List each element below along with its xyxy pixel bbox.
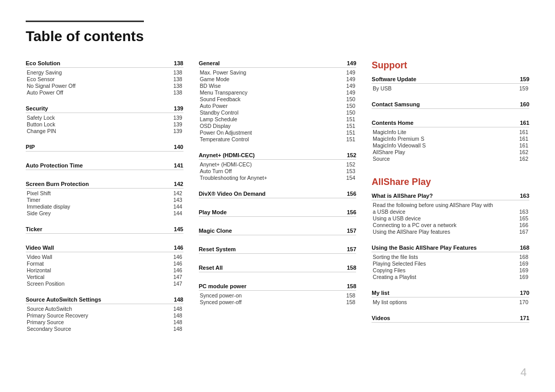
toc-header-page: 146 bbox=[174, 245, 183, 251]
toc-item-label: MagicInfo Videowall S bbox=[373, 142, 425, 148]
toc-item-page: 152 bbox=[346, 161, 356, 167]
toc-item-row: Power On Adjustment151 bbox=[199, 129, 357, 136]
toc-header-label: Video Wall bbox=[26, 245, 54, 251]
toc-section: Using the Basic AllShare Play Features16… bbox=[372, 245, 529, 285]
toc-header-page: 152 bbox=[347, 152, 356, 158]
toc-section: Videos171 bbox=[372, 315, 529, 328]
toc-item-page: 144 bbox=[173, 203, 182, 210]
toc-item-label: Primary Source bbox=[27, 319, 64, 325]
toc-item-label: Side Grey bbox=[27, 210, 51, 216]
toc-header-row: Source AutoSwitch Settings148 bbox=[26, 296, 183, 304]
toc-item-page: 150 bbox=[346, 103, 356, 109]
toc-item-label: Menu Transparency bbox=[200, 89, 248, 96]
toc-item-page: 148 bbox=[173, 326, 182, 332]
column-1: Eco Solution138Energy Saving138Eco Senso… bbox=[26, 60, 199, 342]
toc-item-label: Format bbox=[27, 260, 44, 267]
toc-item-page: 139 bbox=[173, 115, 182, 121]
toc-item-row: MagicInfo Premium S161 bbox=[372, 136, 529, 142]
toc-header-row: Reset System157 bbox=[199, 246, 357, 254]
toc-header-label: Using the Basic AllShare Play Features bbox=[372, 245, 476, 251]
toc-header-label: Anynet+ (HDMI-CEC) bbox=[199, 152, 255, 158]
toc-item-label: Video Wall bbox=[27, 254, 52, 260]
toc-header-row: Auto Protection Time141 bbox=[26, 162, 183, 170]
toc-item-row: Using the AllShare Play features167 bbox=[372, 229, 529, 235]
toc-item-row: Eco Sensor138 bbox=[26, 76, 183, 82]
toc-header-row: Magic Clone157 bbox=[199, 228, 357, 235]
toc-item-page: 139 bbox=[173, 128, 182, 134]
toc-item-page: 138 bbox=[173, 76, 182, 82]
toc-item-page: 159 bbox=[519, 85, 528, 91]
toc-item-page: 166 bbox=[519, 222, 528, 228]
toc-item-label: MagicInfo Premium S bbox=[373, 136, 424, 142]
toc-section: Screen Burn Protection142Pixel Shift142T… bbox=[26, 181, 183, 221]
toc-item-label: No Signal Power Off bbox=[27, 83, 76, 89]
toc-section: Video Wall146Video Wall146Format146Horiz… bbox=[26, 245, 183, 291]
toc-item-label: Playing Selected Files bbox=[373, 260, 425, 267]
toc-header-row: Security139 bbox=[26, 105, 183, 113]
toc-item-label: By USB bbox=[373, 85, 392, 91]
toc-item-row: BD Wise149 bbox=[199, 83, 357, 89]
toc-section: Contact Samsung160 bbox=[372, 101, 529, 115]
toc-section: Magic Clone157 bbox=[199, 228, 357, 241]
toc-item-row: a USB device163 bbox=[372, 209, 529, 215]
toc-item-label: Connecting to a PC over a network bbox=[373, 222, 456, 228]
toc-item-page: 146 bbox=[173, 260, 182, 267]
toc-item-page: 167 bbox=[519, 229, 528, 235]
toc-item-row: Copying Files169 bbox=[372, 267, 529, 273]
toc-item-row: Lamp Schedule151 bbox=[199, 116, 357, 122]
toc-item-page: 165 bbox=[519, 215, 528, 221]
toc-header-row: Ticker145 bbox=[26, 226, 183, 234]
toc-section: My list170My list options170 bbox=[372, 290, 529, 310]
toc-header-label: Magic Clone bbox=[199, 228, 232, 234]
toc-item-label: Auto Power bbox=[200, 103, 228, 109]
toc-header-label: Security bbox=[26, 105, 48, 111]
toc-header-row: DivX® Video On Demand156 bbox=[199, 191, 357, 198]
toc-header-label: Videos bbox=[372, 315, 390, 321]
toc-header-row: General149 bbox=[199, 60, 357, 68]
toc-item-row: OSD Display151 bbox=[199, 123, 357, 129]
toc-item-row: Horizontal146 bbox=[26, 267, 183, 273]
toc-header-row: What is AllShare Play?163 bbox=[372, 193, 529, 200]
toc-header-row: Screen Burn Protection142 bbox=[26, 181, 183, 189]
toc-item-page: 149 bbox=[346, 89, 356, 96]
toc-item-page: 158 bbox=[346, 299, 356, 305]
toc-header-row: Play Mode156 bbox=[199, 209, 357, 217]
toc-header-label: PC module power bbox=[199, 283, 247, 289]
toc-item-page: 138 bbox=[173, 83, 182, 89]
toc-item-label: Auto Power Off bbox=[27, 89, 63, 96]
toc-header-page: 170 bbox=[520, 290, 529, 296]
toc-item-row: Synced power-on158 bbox=[199, 292, 357, 298]
toc-header-page: 159 bbox=[520, 76, 529, 82]
toc-item-label: Power On Adjustment bbox=[200, 129, 252, 136]
toc-item-label: Timer bbox=[27, 197, 40, 203]
toc-header-row: My list170 bbox=[372, 290, 529, 297]
toc-section: Software Update159By USB159 bbox=[372, 76, 529, 96]
toc-item-row: Max. Power Saving149 bbox=[199, 69, 357, 76]
toc-item-row: Change PIN139 bbox=[26, 128, 183, 134]
toc-item-page: 163 bbox=[519, 209, 528, 215]
toc-item-row: Side Grey144 bbox=[26, 210, 183, 216]
toc-item-page: 169 bbox=[519, 274, 528, 280]
toc-item-page: 161 bbox=[519, 136, 528, 142]
toc-item-page: 151 bbox=[346, 116, 356, 122]
toc-item-label: Screen Position bbox=[27, 281, 65, 287]
toc-item-row: Source162 bbox=[372, 156, 529, 162]
toc-header-page: 149 bbox=[347, 60, 356, 66]
column-3: SupportSoftware Update159By USB159Contac… bbox=[372, 60, 529, 342]
toc-item-label: Creating a Playlist bbox=[373, 274, 416, 280]
toc-item-page: 161 bbox=[519, 129, 528, 135]
toc-item-row: AllShare Play162 bbox=[372, 149, 529, 155]
toc-header-row: Contact Samsung160 bbox=[372, 101, 529, 109]
toc-item-row: Primary Source Recovery148 bbox=[26, 312, 183, 319]
toc-item-label: a USB device bbox=[373, 209, 405, 215]
toc-section: General149Max. Power Saving149Game Mode1… bbox=[199, 60, 357, 147]
toc-item-page: 138 bbox=[173, 89, 182, 96]
toc-header-page: 157 bbox=[347, 228, 356, 234]
toc-section: Eco Solution138Energy Saving138Eco Senso… bbox=[26, 60, 183, 100]
toc-item-label: Sound Feedback bbox=[200, 96, 240, 102]
toc-header-page: 157 bbox=[347, 246, 356, 252]
toc-header-row: Using the Basic AllShare Play Features16… bbox=[372, 245, 529, 252]
toc-item-label: Synced power-on bbox=[200, 292, 242, 298]
toc-header-page: 171 bbox=[520, 315, 529, 321]
toc-item-page: 142 bbox=[173, 190, 182, 196]
